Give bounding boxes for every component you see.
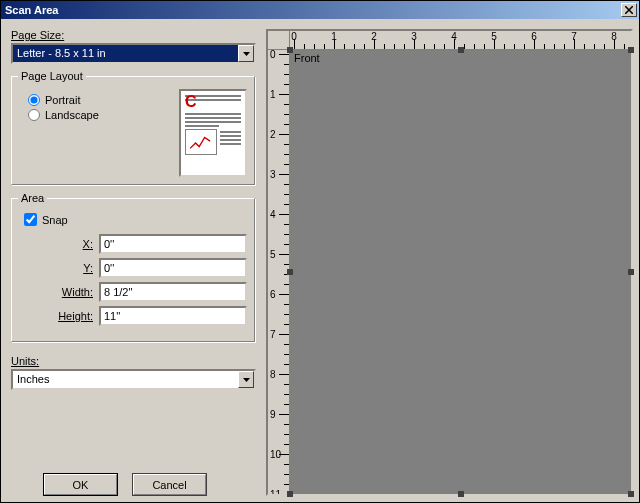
page-size-value: Letter - 8.5 x 11 in	[13, 45, 238, 62]
resize-handle[interactable]	[458, 47, 464, 53]
resize-handle[interactable]	[287, 491, 293, 497]
area-group: Area Snap X: Y: Width: He	[11, 198, 256, 343]
resize-handle[interactable]	[628, 491, 634, 497]
snap-label: Snap	[42, 214, 68, 226]
landscape-radio[interactable]: Landscape	[28, 109, 169, 121]
titlebar: Scan Area	[1, 1, 639, 19]
page-size-dropdown[interactable]: Letter - 8.5 x 11 in	[11, 43, 256, 64]
preview-panel: 012345678 01234567891011 Front	[266, 29, 633, 496]
close-button[interactable]	[621, 3, 637, 17]
snap-checkbox-input[interactable]	[24, 213, 37, 226]
width-label: Width:	[20, 286, 99, 298]
resize-handle[interactable]	[458, 491, 464, 497]
units-label: Units:	[11, 355, 256, 367]
window-title: Scan Area	[3, 4, 58, 16]
scan-preview-area[interactable]: Front	[290, 50, 631, 494]
snap-checkbox[interactable]: Snap	[24, 213, 247, 226]
x-label: X:	[20, 238, 99, 250]
page-preview-thumbnail: C	[179, 89, 247, 177]
x-input[interactable]	[99, 234, 247, 254]
resize-handle[interactable]	[287, 47, 293, 53]
chart-icon	[185, 129, 217, 155]
cancel-button[interactable]: Cancel	[132, 473, 207, 496]
dropdown-arrow-icon	[238, 45, 254, 62]
portrait-radio[interactable]: Portrait	[28, 94, 169, 106]
landscape-radio-input[interactable]	[28, 109, 40, 121]
y-label: Y:	[20, 262, 99, 274]
dropdown-arrow-icon	[238, 371, 254, 388]
portrait-label: Portrait	[45, 94, 80, 106]
units-dropdown[interactable]: Inches	[11, 369, 256, 390]
area-title: Area	[18, 192, 47, 204]
ok-button[interactable]: OK	[43, 473, 118, 496]
page-size-label: Page Size:	[11, 29, 256, 41]
landscape-label: Landscape	[45, 109, 99, 121]
units-value: Inches	[13, 371, 238, 388]
width-input[interactable]	[99, 282, 247, 302]
front-label: Front	[294, 52, 320, 64]
height-label: Height:	[20, 310, 99, 322]
resize-handle[interactable]	[628, 269, 634, 275]
portrait-radio-input[interactable]	[28, 94, 40, 106]
height-input[interactable]	[99, 306, 247, 326]
page-layout-group: Page Layout Portrait Landscape C	[11, 76, 256, 186]
resize-handle[interactable]	[287, 269, 293, 275]
resize-handle[interactable]	[628, 47, 634, 53]
close-icon	[625, 6, 633, 14]
y-input[interactable]	[99, 258, 247, 278]
scan-area-dialog: Scan Area Page Size: Letter - 8.5 x 11 i…	[0, 0, 640, 503]
page-layout-title: Page Layout	[18, 70, 86, 82]
